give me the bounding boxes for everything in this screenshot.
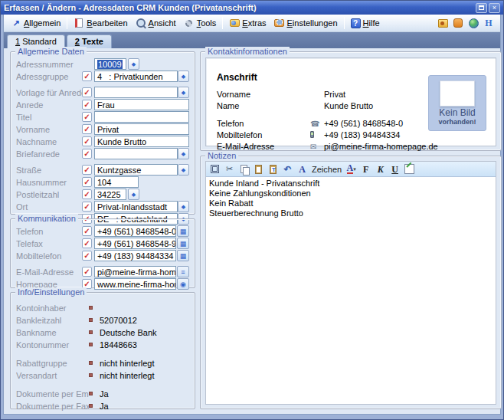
caret-down-icon: ▾ <box>353 166 356 172</box>
field-row-plz: Postleitzahl ✓ 34225 ◆ <box>16 189 189 200</box>
underline-button[interactable]: U <box>390 164 400 175</box>
field-check-icon[interactable]: ✓ <box>82 238 92 248</box>
open-url-button[interactable]: ◉ <box>177 278 189 290</box>
font-color-button[interactable]: A▾ <box>346 164 356 175</box>
magnifier-icon <box>136 18 146 28</box>
globe-button[interactable] <box>468 18 479 28</box>
dropdown-icon: ◆ <box>182 90 185 96</box>
menu-allgemein[interactable]: ↗ Allgemein <box>7 16 64 30</box>
info-row: Dokumente per FaxJa <box>16 400 189 412</box>
info-value: 52070012 <box>100 316 137 325</box>
plz-field[interactable]: 34225 <box>94 189 126 200</box>
font-button[interactable]: A <box>297 164 307 175</box>
menu-bar: ↗ Allgemein Bearbeiten Ansicht Tools Ext… <box>4 15 500 32</box>
settings-icon <box>274 18 285 28</box>
close-icon: × <box>493 5 496 11</box>
dialpad-icon: ▦ <box>180 252 187 260</box>
telefon-field[interactable]: +49 (561) 8468548-0 <box>94 225 176 237</box>
compose-email-button[interactable]: ≡ <box>177 266 189 277</box>
field-row-adressgruppe: Adressgruppe ✓ 4 : Privatkunden ◆ <box>16 71 189 82</box>
cut-button[interactable]: ✂ <box>224 164 234 175</box>
dropdown-button[interactable]: ◆ <box>178 201 189 212</box>
dropdown-button[interactable]: ◆ <box>178 87 189 98</box>
edit-note-button[interactable] <box>404 164 414 175</box>
titel-field[interactable] <box>94 111 189 123</box>
group-title: Info/Einstellungen <box>15 287 87 297</box>
field-check-icon[interactable]: ✓ <box>82 226 92 236</box>
field-check-icon[interactable]: ✓ <box>82 112 92 122</box>
globe-icon: ◉ <box>180 281 186 288</box>
close-button[interactable]: × <box>489 3 500 13</box>
dropdown-button[interactable]: ◆ <box>178 71 189 82</box>
field-check-icon[interactable]: ✓ <box>82 136 92 146</box>
dial-button[interactable]: ▦ <box>177 225 189 237</box>
undo-button[interactable]: ↶ <box>283 164 293 175</box>
vorlage-select[interactable] <box>94 87 178 98</box>
bold-button[interactable]: F <box>361 164 371 175</box>
strasse-select[interactable]: Kuntzgasse <box>94 164 178 176</box>
paste-text-button[interactable] <box>268 164 278 175</box>
field-label: Anrede <box>16 100 82 110</box>
field-check-icon[interactable]: ✓ <box>82 251 92 261</box>
menu-extras[interactable]: Extras <box>225 16 270 30</box>
plz-spinner-button[interactable]: ◆ <box>128 189 139 200</box>
field-label: Postleitzahl <box>16 190 82 199</box>
dial-button[interactable]: ▦ <box>177 250 189 261</box>
font-color-icon: A <box>347 164 354 174</box>
dropdown-button[interactable]: ◆ <box>178 148 189 159</box>
vorname-field[interactable]: Privat <box>94 123 189 135</box>
adressnummer-spinner-button[interactable]: ◆ <box>128 58 139 70</box>
paste-button[interactable] <box>254 164 263 175</box>
contact-card-button[interactable] <box>437 18 448 28</box>
field-check-icon[interactable]: ✓ <box>82 267 92 277</box>
ort-select[interactable]: Privat-Inlandsstadt <box>94 201 178 212</box>
group-title: Kontaktinformationen <box>205 47 290 56</box>
email-field[interactable]: pi@meine-firma-homepage.de <box>94 266 176 277</box>
restore-button[interactable] <box>476 3 487 13</box>
anrede-field[interactable]: Frau <box>94 99 189 110</box>
copy-button[interactable] <box>239 164 249 175</box>
spinner-icon: ◆ <box>132 61 136 67</box>
note-line: Keine Zahlungskonditionen <box>209 189 493 199</box>
field-row-anrede: Anrede ✓ Frau <box>16 99 189 110</box>
field-check-icon[interactable]: ✓ <box>82 202 92 212</box>
dial-button[interactable]: ▦ <box>177 238 189 249</box>
fullscreen-button[interactable] <box>210 164 220 175</box>
field-check-icon[interactable]: ✓ <box>82 189 92 199</box>
homebanking-button[interactable]: H <box>483 18 494 28</box>
briefanrede-select[interactable] <box>94 148 178 159</box>
dropdown-button[interactable]: ◆ <box>178 164 189 176</box>
email-icon: ✉ <box>310 143 324 151</box>
menu-tools[interactable]: Tools <box>180 16 221 30</box>
field-label: E-Mail-Adresse <box>16 267 82 277</box>
field-check-icon[interactable]: ✓ <box>82 149 92 159</box>
mobiltelefon-field[interactable]: +49 (183) 94484334 <box>94 250 176 261</box>
field-check-icon[interactable]: ✓ <box>82 177 92 187</box>
menu-hilfe[interactable]: ? Hilfe <box>347 17 384 30</box>
italic-button[interactable]: K <box>375 164 385 175</box>
menu-einstellungen[interactable]: Einstellungen <box>270 16 342 30</box>
contact-value: pi@meine-firma-homepage.de <box>324 142 438 151</box>
hausnummer-field[interactable]: 104 <box>94 176 139 188</box>
group-kontaktinformationen: Kontaktinformationen Anschrift VornamePr… <box>200 51 502 151</box>
notes-textarea[interactable]: Kunde Inland - Privatanschrift Keine Zah… <box>206 177 496 404</box>
menu-bearbeiten[interactable]: Bearbeiten <box>70 16 131 30</box>
menu-ansicht[interactable]: Ansicht <box>132 16 180 30</box>
dialpad-icon: ▦ <box>180 228 187 235</box>
adressnummer-field[interactable]: 10009 <box>94 58 126 70</box>
field-check-icon[interactable]: ✓ <box>82 124 92 134</box>
field-check-icon[interactable]: ✓ <box>82 71 92 81</box>
adressgruppe-select[interactable]: 4 : Privatkunden <box>94 71 178 82</box>
basket-button[interactable] <box>453 18 463 28</box>
window-title: Erfassen / Ändern - Adressdaten CRM Kund… <box>4 3 474 12</box>
contact-value: +49 (183) 94484334 <box>324 130 400 139</box>
field-check-icon[interactable]: ✓ <box>82 100 92 110</box>
contact-value: +49 (561) 8468548-0 <box>324 119 403 128</box>
title-bar: Erfassen / Ändern - Adressdaten CRM Kund… <box>1 1 503 15</box>
info-value: 18448663 <box>100 340 137 349</box>
homepage-field[interactable]: www.meine-firma-homepage.de <box>94 278 176 290</box>
telefax-field[interactable]: +49 (561) 8468548-99 <box>94 238 176 249</box>
field-check-icon[interactable]: ✓ <box>82 87 92 97</box>
field-check-icon[interactable]: ✓ <box>82 165 92 175</box>
nachname-field[interactable]: Kunde Brutto <box>94 136 189 147</box>
